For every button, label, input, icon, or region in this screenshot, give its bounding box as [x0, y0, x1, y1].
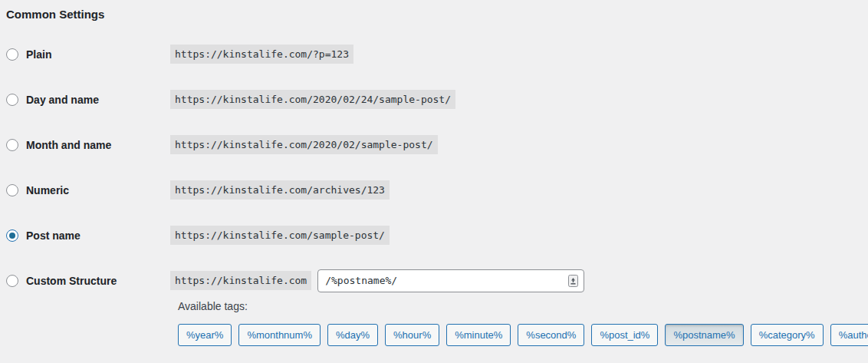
- row-day-and-name: Day and name https://kinstalife.com/2020…: [0, 77, 868, 122]
- autofill-indicator-icon[interactable]: [568, 275, 578, 287]
- row-plain: Plain https://kinstalife.com/?p=123: [0, 31, 868, 77]
- available-tags-label: Available tags:: [178, 299, 868, 314]
- tag-button-monthnum[interactable]: %monthnum%: [238, 324, 321, 346]
- radio-numeric[interactable]: [6, 184, 18, 196]
- page-title: Common Settings: [0, 0, 868, 23]
- row-day-and-name-example-url: https://kinstalife.com/2020/02/24/sample…: [170, 90, 455, 109]
- row-plain-example-url: https://kinstalife.com/?p=123: [170, 45, 353, 64]
- row-post-name-example-url: https://kinstalife.com/sample-post/: [170, 226, 390, 245]
- row-plain-label-cell: Plain: [0, 48, 170, 61]
- tag-button-year[interactable]: %year%: [178, 324, 232, 346]
- tag-button-second[interactable]: %second%: [518, 324, 584, 346]
- row-numeric-example-url: https://kinstalife.com/archives/123: [170, 180, 390, 200]
- tag-button-minute[interactable]: %minute%: [446, 324, 511, 346]
- permalink-settings-list: Plain https://kinstalife.com/?p=123 Day …: [0, 31, 868, 303]
- row-post-name-value-cell: https://kinstalife.com/sample-post/: [170, 226, 390, 245]
- row-day-and-name-label-cell: Day and name: [0, 94, 170, 106]
- row-numeric: Numeric https://kinstalife.com/archives/…: [0, 167, 868, 213]
- row-month-and-name: Month and name https://kinstalife.com/20…: [0, 122, 868, 167]
- tag-button-day[interactable]: %day%: [327, 324, 378, 346]
- tag-button-author[interactable]: %author%: [830, 324, 868, 346]
- row-custom-structure-label-cell: Custom Structure: [0, 275, 170, 287]
- row-post-name: Post name https://kinstalife.com/sample-…: [0, 213, 868, 258]
- row-day-and-name-value-cell: https://kinstalife.com/2020/02/24/sample…: [170, 90, 455, 109]
- row-day-and-name-label[interactable]: Day and name: [26, 94, 99, 106]
- custom-structure-input-wrap: [317, 269, 584, 292]
- row-custom-structure: Custom Structure https://kinstalife.com: [0, 258, 868, 303]
- row-custom-structure-value-cell: https://kinstalife.com: [170, 269, 584, 292]
- radio-month-and-name[interactable]: [6, 139, 18, 151]
- custom-structure-url-prefix: https://kinstalife.com: [170, 271, 311, 290]
- row-post-name-label-cell: Post name: [0, 229, 170, 242]
- row-month-and-name-label-cell: Month and name: [0, 139, 170, 151]
- row-month-and-name-value-cell: https://kinstalife.com/2020/02/sample-po…: [170, 135, 438, 154]
- available-tags-row: %year% %monthnum% %day% %hour% %minute% …: [178, 324, 868, 346]
- tag-button-post-id[interactable]: %post_id%: [591, 324, 658, 346]
- radio-day-and-name[interactable]: [6, 94, 18, 106]
- radio-post-name[interactable]: [6, 229, 18, 242]
- tag-button-category[interactable]: %category%: [751, 324, 824, 346]
- tag-button-postname[interactable]: %postname%: [665, 324, 743, 346]
- row-numeric-label[interactable]: Numeric: [26, 184, 69, 196]
- radio-plain[interactable]: [6, 48, 18, 61]
- row-month-and-name-example-url: https://kinstalife.com/2020/02/sample-po…: [170, 135, 438, 154]
- row-plain-value-cell: https://kinstalife.com/?p=123: [170, 45, 353, 64]
- custom-structure-input[interactable]: [317, 269, 584, 292]
- radio-custom-structure[interactable]: [6, 275, 18, 287]
- row-plain-label[interactable]: Plain: [26, 48, 51, 61]
- row-numeric-label-cell: Numeric: [0, 184, 170, 196]
- row-numeric-value-cell: https://kinstalife.com/archives/123: [170, 180, 390, 200]
- row-month-and-name-label[interactable]: Month and name: [26, 139, 111, 151]
- row-post-name-label[interactable]: Post name: [26, 229, 81, 242]
- row-custom-structure-label[interactable]: Custom Structure: [26, 275, 117, 287]
- tag-button-hour[interactable]: %hour%: [385, 324, 439, 346]
